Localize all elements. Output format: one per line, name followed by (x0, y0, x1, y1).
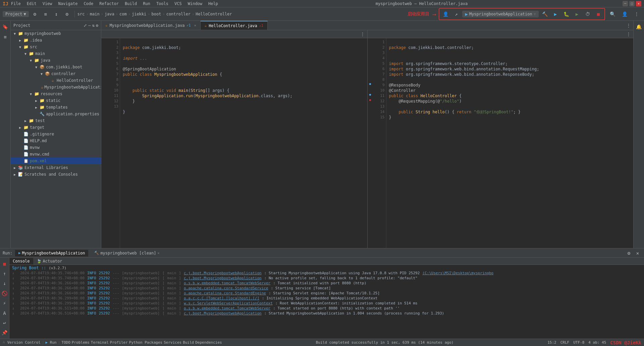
log-class-3[interactable]: o.apache.catalina.core.StandardService (184, 286, 268, 291)
tree-item-hellocontroller[interactable]: ☕ HelloController (11, 77, 101, 84)
tree-item-extlibs[interactable]: ▶ 📚 External Libraries (11, 164, 101, 171)
tree-item-root[interactable]: ▼ 📁 myspringbootweb (11, 30, 101, 37)
log-class-7[interactable]: o.s.b.w.embedded.tomcat.TomcatWebServer (184, 306, 270, 311)
status-terminal[interactable]: Terminal (91, 340, 109, 345)
run-tab-clean-close[interactable]: ✕ (158, 251, 160, 255)
breadcrumb-boot[interactable]: boot (152, 12, 161, 16)
close-btn[interactable]: ✕ (636, 1, 641, 6)
status-build[interactable]: Build (183, 340, 194, 345)
console-btn-stop[interactable]: ■ (0, 259, 9, 268)
profiler-btn[interactable]: ⏱ (583, 9, 592, 19)
toolbar-btn-2[interactable]: ≡ (41, 9, 50, 19)
tree-item-templates[interactable]: ▶ 📁 templates (11, 104, 101, 111)
vcs-update-btn[interactable]: ↗ (451, 9, 461, 19)
tree-item-mainapp[interactable]: ☕ MyspringbootwebApplication (11, 84, 101, 91)
minimize-btn[interactable]: ─ (623, 1, 628, 6)
console-btn-wrap[interactable]: ↩ (0, 318, 9, 327)
console-btn-up[interactable]: ↑ (0, 269, 9, 278)
tab-hello-controller[interactable]: ☕ HelloController.java ⚠1 (201, 21, 268, 30)
tab-actuator[interactable]: 🍃 Actuator (33, 258, 66, 265)
log-class-6[interactable]: w.s.c.ServletWebServerApplicationContext (184, 301, 273, 306)
tree-item-target[interactable]: ▶ 📁 target (11, 124, 101, 131)
console-btn-down[interactable]: ↓ (0, 279, 9, 288)
menu-window[interactable]: Window (185, 1, 205, 7)
tree-item-appprops[interactable]: 🔧 application.properties (11, 111, 101, 117)
console-btn-a[interactable]: A (0, 308, 9, 318)
build-btn[interactable]: 🔨 (540, 9, 549, 19)
project-dropdown[interactable]: Project ▼ (3, 11, 29, 17)
console-btn-filter[interactable]: ⚡ (0, 299, 9, 308)
breadcrumb-jiekki[interactable]: jiekki (132, 12, 146, 16)
menu-build[interactable]: Build (122, 1, 140, 7)
bottom-close-btn[interactable]: ✕ (634, 249, 641, 257)
sidebar-sort-btn[interactable]: ⇅ (92, 23, 95, 28)
menu-vcs[interactable]: VCS (172, 1, 184, 7)
status-services[interactable]: Services (164, 340, 181, 345)
tab-main-app[interactable]: ☕ MyspringbootwebApplication.java ✓1 ✕ (101, 21, 201, 30)
menu-help[interactable]: Help (206, 1, 221, 7)
bottom-settings-btn[interactable]: ⚙ (625, 249, 633, 257)
tree-item-pomxml[interactable]: 📋 pom.xml (11, 158, 101, 164)
toolbar-btn-3[interactable]: ↕ (52, 9, 61, 19)
breadcrumb-controller[interactable]: controller (166, 12, 191, 16)
stop-btn[interactable]: ■ (594, 9, 603, 19)
console-btn-scroll[interactable]: 📌 (0, 328, 9, 337)
run-config-dropdown[interactable]: ▶ MyspringbootwebApplication ▼ (462, 11, 539, 17)
tree-item-main[interactable]: ▼ 📁 main (11, 50, 101, 57)
menu-edit[interactable]: Edit (24, 1, 39, 7)
debug-btn[interactable]: 🐛 (561, 9, 571, 19)
tree-item-idea[interactable]: ▶ 📁 .idea (11, 37, 101, 44)
toolbar-btn-1[interactable]: ⚙ (30, 9, 40, 19)
status-crlf[interactable]: CRLF (560, 340, 570, 345)
tree-item-helpmd[interactable]: 📄 HELP.md (11, 137, 101, 144)
tab-more-btn[interactable]: ⋮ (624, 21, 633, 30)
status-line-col[interactable]: 15:2 (547, 340, 556, 345)
run-btn[interactable]: ▶ (551, 9, 560, 19)
profile-btn[interactable]: 👤 (441, 9, 450, 19)
coverage-btn[interactable]: ▶ (572, 9, 582, 19)
tree-item-gitignore[interactable]: 📄 .gitignore (11, 131, 101, 137)
status-run[interactable]: ▶ Run (46, 340, 57, 345)
menu-code[interactable]: Code (81, 1, 96, 7)
tree-item-java[interactable]: ▼ 📁 java (11, 57, 101, 64)
tree-item-resources[interactable]: ▼ 📁 resources (11, 91, 101, 97)
right-icon-notifications[interactable]: 🔔 (634, 22, 644, 32)
breadcrumb-src[interactable]: src (77, 12, 85, 16)
log-class-8[interactable]: c.j.boot.MyspringbootwebApplication (184, 311, 262, 316)
run-tab-clean[interactable]: 🔨 myspringbootweb [clean] ✕ (91, 250, 163, 256)
log-class-2[interactable]: o.s.b.w.embedded.tomcat.TomcatWebServer (184, 281, 270, 286)
breadcrumb-hellocontroller[interactable]: HelloController (196, 12, 232, 16)
status-deps[interactable]: Dependencies (195, 340, 222, 345)
menu-run[interactable]: Run (140, 1, 153, 7)
tree-item-test[interactable]: ▶ 📁 test (11, 117, 101, 124)
tab-console[interactable]: Console (9, 258, 33, 265)
status-vcs[interactable]: ⑃ Version Control (3, 340, 41, 345)
left-editor-toolbar-btn[interactable]: ⋮ (361, 32, 365, 37)
menu-refactor[interactable]: Refactor (97, 1, 121, 7)
breadcrumb-java[interactable]: java (105, 12, 114, 16)
menu-tools[interactable]: Tools (154, 1, 171, 7)
more-btn[interactable]: ⋮ (632, 9, 641, 19)
right-editor-toolbar-btn[interactable]: ⋮ (627, 32, 631, 37)
settings-btn[interactable]: 👤 (620, 9, 629, 19)
sidebar-expand-btn[interactable]: ⤢ (84, 23, 87, 28)
left-code-content[interactable]: package com.jiekki.boot; import ... @Spr… (120, 38, 367, 248)
tree-item-scratches[interactable]: ▶ 📝 Scratches and Consoles (11, 171, 101, 178)
console-btn-clear[interactable]: 🚫 (0, 289, 9, 298)
status-profiler[interactable]: Profiler (110, 340, 128, 345)
status-spaces[interactable]: 4 ab: 45 (588, 340, 606, 345)
menu-navigate[interactable]: Navigate (56, 1, 80, 7)
toolbar-btn-4[interactable]: ⚙ (62, 9, 72, 19)
sidebar-settings-btn[interactable]: ⚙ (96, 23, 98, 28)
status-problems[interactable]: Problems (72, 340, 90, 345)
log-class-5[interactable]: o.a.c.c.C.[Tomcat].[localhost].[/] (184, 296, 259, 301)
tree-item-mvnwcmd[interactable]: 📄 mvnw.cmd (11, 151, 101, 158)
breadcrumb-com[interactable]: com (119, 12, 127, 16)
search-btn[interactable]: 🔍 (608, 9, 617, 19)
right-code-content[interactable]: package com.jiekki.boot.controller; impo… (386, 38, 634, 248)
tree-item-controller[interactable]: ▼ 📦 controller (11, 70, 101, 77)
tree-item-src[interactable]: ▼ 📁 src (11, 44, 101, 50)
status-charset[interactable]: UTF-8 (573, 340, 584, 345)
tree-item-static[interactable]: ▶ 📁 static (11, 97, 101, 104)
log-class-4[interactable]: o.apache.catalina.core.StandardEngine (184, 291, 266, 296)
